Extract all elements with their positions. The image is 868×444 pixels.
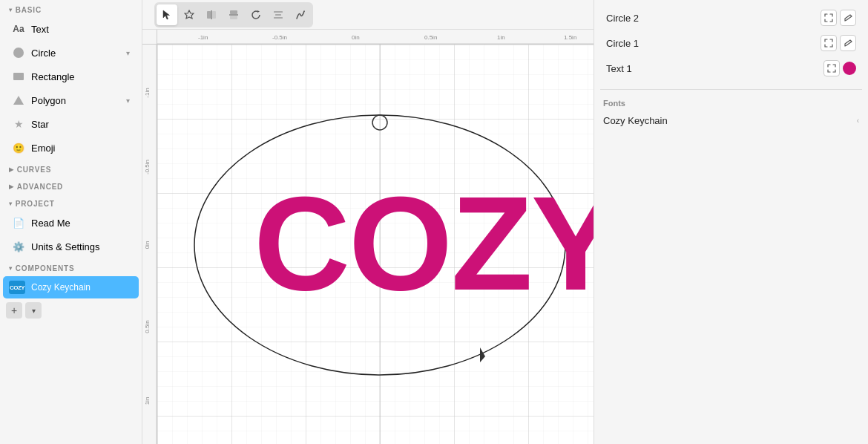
circle-chevron-icon: ▾	[126, 49, 130, 57]
node-tool-button[interactable]	[179, 4, 200, 25]
sidebar-item-polygon[interactable]: Polygon ▾	[3, 89, 139, 111]
text1-resize-button[interactable]	[823, 60, 840, 76]
star-icon: ★	[12, 117, 25, 131]
select-tool-button[interactable]	[157, 4, 177, 25]
flip-h-icon	[206, 10, 217, 20]
font-name: Cozy Keychain	[603, 115, 668, 126]
canvas-svg[interactable]: COZY	[157, 45, 594, 444]
sidebar-item-circle[interactable]: Circle ▾	[3, 42, 139, 64]
circle2-resize-button[interactable]	[821, 10, 837, 26]
component-cozy-label: Cozy Keychain	[31, 282, 91, 293]
section-advanced[interactable]: ▶ ADVANCED	[0, 177, 142, 194]
ruler-label-minus05in: -0.5in	[272, 34, 287, 41]
ruler-label-05in: 0.5in	[424, 34, 437, 41]
rotate-button[interactable]	[246, 4, 266, 25]
ruler-label-left-05in: 0.5in	[144, 320, 151, 333]
emoji-icon: 🙂	[12, 141, 25, 154]
circle1-resize-button[interactable]	[821, 35, 837, 51]
polygon-icon	[12, 94, 25, 107]
align-icon	[273, 10, 283, 20]
circle1-edit-button[interactable]	[840, 35, 856, 51]
svg-rect-7	[275, 14, 281, 16]
sidebar-item-readme-label: Read Me	[31, 218, 70, 229]
layer-text1[interactable]: Text 1	[600, 56, 862, 80]
add-component-button[interactable]: +	[6, 302, 22, 319]
ruler-corner	[142, 30, 157, 45]
chevron-advanced-icon: ▶	[9, 183, 14, 190]
ruler-label-0in: 0in	[352, 34, 360, 41]
resize-icon-2	[824, 39, 833, 48]
circle-icon	[12, 46, 25, 59]
layer-circle1[interactable]: Circle 1	[600, 31, 862, 55]
select-tool-icon	[162, 10, 171, 20]
polygon-chevron-icon: ▾	[126, 97, 130, 105]
layer-circle2-label: Circle 2	[606, 13, 639, 24]
ruler-label-15in: 1.5in	[564, 34, 576, 41]
svg-rect-8	[274, 17, 283, 19]
sidebar-item-circle-label: Circle	[31, 48, 56, 59]
fonts-label: Fonts	[603, 99, 859, 108]
sidebar-item-text-label: Text	[31, 24, 49, 35]
sidebar-item-emoji[interactable]: 🙂 Emoji	[3, 137, 139, 159]
sidebar-item-emoji-label: Emoji	[31, 143, 56, 154]
svg-rect-0	[207, 11, 211, 19]
layer-circle2[interactable]: Circle 2	[600, 6, 862, 30]
layers-list: Circle 2 Circle 1	[594, 0, 868, 86]
flip-h-button[interactable]	[201, 4, 222, 25]
sidebar-item-text[interactable]: Aa Text	[3, 18, 139, 40]
section-curves[interactable]: ▶ CURVES	[0, 160, 142, 177]
edit-path-icon-2	[844, 39, 852, 48]
ruler-label-minus1in: -1in	[198, 34, 208, 41]
chevron-basic-icon: ▾	[9, 7, 13, 13]
ruler-left: -1in -0.5in 0in 0.5in 1in	[142, 45, 157, 444]
circle2-edit-button[interactable]	[840, 10, 856, 26]
toolbar-group	[154, 2, 313, 27]
canvas-wrapper[interactable]: -1in -0.5in 0in 0.5in 1in 1.5in -1in -0.…	[142, 30, 594, 444]
flip-v-button[interactable]	[223, 4, 244, 25]
section-basic[interactable]: ▾ BASIC	[0, 0, 142, 17]
text1-color-dot[interactable]	[843, 62, 856, 75]
sidebar-item-readme[interactable]: 📄 Read Me	[3, 212, 139, 234]
component-cozy-icon: COZY	[9, 281, 25, 294]
svg-rect-3	[230, 10, 237, 14]
sidebar: ▾ BASIC Aa Text Circle ▾ Rectangle	[0, 0, 142, 444]
ruler-label-left-minus1in: -1in	[144, 88, 151, 97]
svg-rect-4	[230, 16, 237, 19]
sidebar-item-star[interactable]: ★ Star	[3, 113, 139, 135]
component-dropdown-button[interactable]: ▾	[25, 302, 42, 319]
section-advanced-label: ADVANCED	[17, 183, 63, 191]
path-button[interactable]	[290, 4, 311, 25]
sidebar-item-polygon-label: Polygon	[31, 95, 66, 106]
sidebar-item-star-label: Star	[31, 119, 49, 130]
ruler-label-1in: 1in	[497, 34, 505, 41]
toolbar	[142, 0, 594, 30]
flip-v-icon	[228, 10, 239, 20]
font-chevron-icon: ‹	[857, 117, 859, 125]
sidebar-item-rectangle[interactable]: Rectangle	[3, 65, 139, 88]
svg-rect-6	[274, 11, 283, 13]
font-row[interactable]: Cozy Keychain ‹	[603, 112, 859, 129]
svg-rect-1	[212, 11, 216, 19]
sidebar-item-units[interactable]: ⚙️ Units & Settings	[3, 235, 139, 258]
fonts-section: Fonts Cozy Keychain ‹	[594, 93, 868, 135]
node-tool-icon	[184, 10, 194, 20]
path-icon	[295, 10, 306, 20]
rotate-icon	[251, 10, 261, 20]
cursor-indicator	[480, 347, 485, 362]
section-components[interactable]: ▾ COMPONENTS	[0, 258, 142, 275]
resize-icon-3	[827, 64, 836, 73]
rectangle-icon	[12, 70, 25, 83]
ruler-label-left-minus05in: -0.5in	[144, 160, 151, 174]
chevron-curves-icon: ▶	[9, 166, 14, 173]
component-cozy-keychain[interactable]: COZY Cozy Keychain	[3, 276, 139, 298]
text-aa-icon: Aa	[12, 22, 25, 36]
right-panel: Circle 2 Circle 1	[594, 0, 868, 444]
readme-icon: 📄	[12, 216, 25, 229]
section-project[interactable]: ▾ PROJECT	[0, 194, 142, 211]
section-curves-label: CURVES	[17, 166, 51, 174]
cozy-text[interactable]: COZY	[254, 169, 594, 318]
resize-icon	[824, 13, 833, 22]
align-button[interactable]	[268, 4, 289, 25]
section-components-label: COMPONENTS	[16, 264, 75, 272]
canvas-content[interactable]: COZY	[157, 45, 594, 444]
